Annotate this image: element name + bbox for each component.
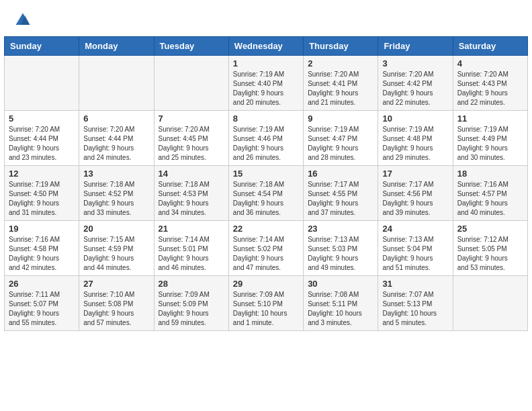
day-number: 23 [308, 224, 373, 234]
calendar-cell: 23Sunrise: 7:13 AMSunset: 5:03 PMDayligh… [304, 221, 378, 276]
day-number: 7 [159, 113, 224, 124]
calendar-cell: 31Sunrise: 7:07 AMSunset: 5:13 PMDayligh… [378, 276, 453, 331]
day-number: 13 [83, 169, 149, 179]
calendar-cell: 11Sunrise: 7:19 AMSunset: 4:49 PMDayligh… [453, 111, 527, 166]
day-number: 22 [233, 224, 299, 234]
calendar-cell: 25Sunrise: 7:12 AMSunset: 5:05 PMDayligh… [453, 221, 527, 276]
day-info: Sunrise: 7:20 AMSunset: 4:44 PMDaylight:… [9, 125, 75, 163]
calendar-cell: 12Sunrise: 7:19 AMSunset: 4:50 PMDayligh… [5, 166, 79, 221]
day-number: 2 [308, 58, 373, 68]
weekday-header: Thursday [304, 37, 378, 56]
calendar: SundayMondayTuesdayWednesdayThursdayFrid… [4, 36, 528, 331]
calendar-cell: 17Sunrise: 7:17 AMSunset: 4:56 PMDayligh… [378, 166, 453, 221]
day-number: 31 [382, 279, 448, 289]
day-info: Sunrise: 7:19 AMSunset: 4:48 PMDaylight:… [382, 125, 448, 163]
day-info: Sunrise: 7:19 AMSunset: 4:50 PMDaylight:… [9, 180, 75, 218]
day-number: 5 [9, 113, 75, 124]
weekday-header: Wednesday [228, 37, 303, 56]
day-number: 15 [233, 169, 299, 179]
day-number: 10 [382, 113, 448, 124]
day-info: Sunrise: 7:20 AMSunset: 4:45 PMDaylight:… [159, 125, 224, 163]
calendar-cell: 19Sunrise: 7:16 AMSunset: 4:58 PMDayligh… [5, 221, 79, 276]
day-info: Sunrise: 7:17 AMSunset: 4:55 PMDaylight:… [308, 180, 373, 218]
day-info: Sunrise: 7:19 AMSunset: 4:40 PMDaylight:… [233, 70, 299, 107]
day-number: 14 [159, 169, 224, 179]
day-number: 26 [9, 279, 75, 289]
weekday-header: Friday [378, 37, 453, 56]
calendar-cell: 16Sunrise: 7:17 AMSunset: 4:55 PMDayligh… [304, 166, 378, 221]
day-number: 30 [308, 279, 373, 289]
day-number: 17 [382, 169, 448, 179]
calendar-cell: 21Sunrise: 7:14 AMSunset: 5:01 PMDayligh… [154, 221, 228, 276]
day-info: Sunrise: 7:14 AMSunset: 5:01 PMDaylight:… [159, 235, 224, 273]
calendar-cell [5, 56, 79, 111]
day-number: 21 [159, 224, 224, 234]
page: SundayMondayTuesdayWednesdayThursdayFrid… [0, 0, 532, 338]
logo-icon [13, 11, 32, 30]
day-number: 1 [233, 58, 299, 68]
calendar-cell: 28Sunrise: 7:09 AMSunset: 5:09 PMDayligh… [154, 276, 228, 331]
calendar-cell: 30Sunrise: 7:08 AMSunset: 5:11 PMDayligh… [304, 276, 378, 331]
day-number: 28 [159, 279, 224, 289]
day-info: Sunrise: 7:20 AMSunset: 4:42 PMDaylight:… [382, 70, 448, 107]
calendar-cell: 18Sunrise: 7:16 AMSunset: 4:57 PMDayligh… [453, 166, 527, 221]
calendar-cell: 20Sunrise: 7:15 AMSunset: 4:59 PMDayligh… [79, 221, 154, 276]
day-number: 18 [457, 169, 523, 179]
calendar-cell: 27Sunrise: 7:10 AMSunset: 5:08 PMDayligh… [79, 276, 154, 331]
calendar-cell: 6Sunrise: 7:20 AMSunset: 4:44 PMDaylight… [79, 111, 154, 166]
calendar-cell: 3Sunrise: 7:20 AMSunset: 4:42 PMDaylight… [378, 56, 453, 111]
day-number: 29 [233, 279, 299, 289]
calendar-cell: 5Sunrise: 7:20 AMSunset: 4:44 PMDaylight… [5, 111, 79, 166]
day-number: 3 [382, 58, 448, 68]
day-info: Sunrise: 7:19 AMSunset: 4:49 PMDaylight:… [457, 125, 523, 163]
weekday-header: Sunday [5, 37, 79, 56]
day-number: 19 [9, 224, 75, 234]
day-number: 9 [308, 113, 373, 124]
day-info: Sunrise: 7:20 AMSunset: 4:43 PMDaylight:… [457, 70, 523, 107]
day-info: Sunrise: 7:13 AMSunset: 5:03 PMDaylight:… [308, 235, 373, 273]
day-number: 20 [83, 224, 149, 234]
calendar-cell: 26Sunrise: 7:11 AMSunset: 5:07 PMDayligh… [5, 276, 79, 331]
day-number: 12 [9, 169, 75, 179]
calendar-cell: 29Sunrise: 7:09 AMSunset: 5:10 PMDayligh… [228, 276, 303, 331]
day-info: Sunrise: 7:07 AMSunset: 5:13 PMDaylight:… [382, 290, 448, 328]
weekday-header: Monday [79, 37, 154, 56]
header [0, 0, 532, 36]
calendar-cell: 10Sunrise: 7:19 AMSunset: 4:48 PMDayligh… [378, 111, 453, 166]
day-number: 16 [308, 169, 373, 179]
calendar-cell: 22Sunrise: 7:14 AMSunset: 5:02 PMDayligh… [228, 221, 303, 276]
table-wrap: SundayMondayTuesdayWednesdayThursdayFrid… [0, 36, 532, 338]
day-number: 6 [83, 113, 149, 124]
calendar-cell [79, 56, 154, 111]
day-info: Sunrise: 7:15 AMSunset: 4:59 PMDaylight:… [83, 235, 149, 273]
day-info: Sunrise: 7:19 AMSunset: 4:47 PMDaylight:… [308, 125, 373, 163]
day-info: Sunrise: 7:20 AMSunset: 4:41 PMDaylight:… [308, 70, 373, 107]
calendar-cell [453, 276, 527, 331]
day-info: Sunrise: 7:16 AMSunset: 4:58 PMDaylight:… [9, 235, 75, 273]
day-info: Sunrise: 7:09 AMSunset: 5:10 PMDaylight:… [233, 290, 299, 328]
day-number: 11 [457, 113, 523, 124]
calendar-cell [154, 56, 228, 111]
day-number: 24 [382, 224, 448, 234]
calendar-cell: 14Sunrise: 7:18 AMSunset: 4:53 PMDayligh… [154, 166, 228, 221]
weekday-header: Tuesday [154, 37, 228, 56]
day-info: Sunrise: 7:10 AMSunset: 5:08 PMDaylight:… [83, 290, 149, 328]
day-number: 4 [457, 58, 523, 68]
calendar-cell: 24Sunrise: 7:13 AMSunset: 5:04 PMDayligh… [378, 221, 453, 276]
day-info: Sunrise: 7:18 AMSunset: 4:53 PMDaylight:… [159, 180, 224, 218]
logo [13, 11, 35, 30]
day-info: Sunrise: 7:20 AMSunset: 4:44 PMDaylight:… [83, 125, 149, 163]
day-info: Sunrise: 7:14 AMSunset: 5:02 PMDaylight:… [233, 235, 299, 273]
calendar-cell: 13Sunrise: 7:18 AMSunset: 4:52 PMDayligh… [79, 166, 154, 221]
day-info: Sunrise: 7:09 AMSunset: 5:09 PMDaylight:… [159, 290, 224, 328]
day-info: Sunrise: 7:19 AMSunset: 4:46 PMDaylight:… [233, 125, 299, 163]
day-number: 25 [457, 224, 523, 234]
calendar-cell: 15Sunrise: 7:18 AMSunset: 4:54 PMDayligh… [228, 166, 303, 221]
day-number: 27 [83, 279, 149, 289]
day-info: Sunrise: 7:18 AMSunset: 4:52 PMDaylight:… [83, 180, 149, 218]
day-info: Sunrise: 7:17 AMSunset: 4:56 PMDaylight:… [382, 180, 448, 218]
day-number: 8 [233, 113, 299, 124]
calendar-cell: 1Sunrise: 7:19 AMSunset: 4:40 PMDaylight… [228, 56, 303, 111]
calendar-cell: 9Sunrise: 7:19 AMSunset: 4:47 PMDaylight… [304, 111, 378, 166]
calendar-cell: 7Sunrise: 7:20 AMSunset: 4:45 PMDaylight… [154, 111, 228, 166]
